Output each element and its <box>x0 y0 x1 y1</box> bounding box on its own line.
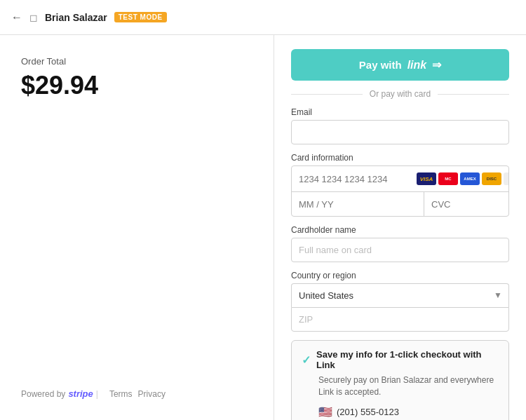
discover-icon: DISC <box>482 172 501 185</box>
back-button[interactable]: ← <box>11 11 22 24</box>
or-label: Or pay with card <box>370 89 431 99</box>
main-layout: Order Total $29.94 Powered by stripe | T… <box>0 35 526 420</box>
country-select-wrapper: United States Canada United Kingdom ▼ <box>291 283 509 307</box>
cvc-input[interactable] <box>431 199 509 210</box>
arrow-icon: ⇒ <box>432 58 441 72</box>
phone-input[interactable] <box>337 407 499 417</box>
save-info-title: Save my info for 1-click checkout with L… <box>316 349 499 370</box>
link-brand-label: link <box>407 59 427 72</box>
footer-links: Terms Privacy <box>109 389 166 399</box>
expiry-input[interactable] <box>292 192 424 216</box>
merchant-name: Brian Salazar <box>45 12 107 23</box>
terms-link[interactable]: Terms <box>109 389 133 399</box>
test-mode-badge: TEST MODE <box>114 12 167 22</box>
cardholder-input[interactable] <box>291 238 509 262</box>
footer-separator: | <box>96 389 98 399</box>
country-label: Country or region <box>291 271 509 280</box>
amex-icon: AMEX <box>460 172 480 185</box>
window-icon: ◻ <box>29 12 38 23</box>
card-info-group: Card information VISA MC AMEX DISC ··· <box>291 153 509 217</box>
phone-row: 🇺🇸 <box>318 405 499 419</box>
order-total-label: Order Total <box>21 56 252 67</box>
save-info-desc: Securely pay on Brian Salazar and everyw… <box>318 374 499 398</box>
pay-with-link-button[interactable]: Pay with link ⇒ <box>291 49 509 81</box>
save-info-header: ✓ Save my info for 1-click checkout with… <box>302 349 499 370</box>
extra-card-icon: ··· <box>504 172 509 185</box>
or-line-right <box>438 94 509 95</box>
email-field-group: Email <box>291 107 509 144</box>
cardholder-field-group: Cardholder name <box>291 225 509 262</box>
visa-icon: VISA <box>417 172 436 185</box>
pay-with-label: Pay with <box>359 59 402 71</box>
card-info-box: VISA MC AMEX DISC ··· 💳 <box>291 165 509 217</box>
save-info-box: ✓ Save my info for 1-click checkout with… <box>291 340 509 420</box>
cvc-wrapper: 💳 <box>424 192 509 216</box>
card-info-label: Card information <box>291 153 509 163</box>
or-line-left <box>291 94 363 95</box>
card-number-row: VISA MC AMEX DISC ··· <box>292 166 508 192</box>
stripe-logo: stripe <box>68 388 93 399</box>
mastercard-icon: MC <box>438 172 458 185</box>
email-input[interactable] <box>291 120 509 144</box>
card-number-input[interactable] <box>299 174 417 184</box>
us-flag-icon: 🇺🇸 <box>318 405 332 419</box>
top-bar: ← ◻ Brian Salazar TEST MODE <box>0 0 526 35</box>
cardholder-label: Cardholder name <box>291 225 509 235</box>
privacy-link[interactable]: Privacy <box>138 389 166 399</box>
email-label: Email <box>291 107 509 117</box>
footer: Powered by stripe | Terms Privacy <box>21 388 252 399</box>
powered-by-label: Powered by <box>21 389 65 399</box>
checkmark-icon: ✓ <box>302 353 311 367</box>
card-icons: VISA MC AMEX DISC ··· <box>417 172 509 185</box>
left-panel: Order Total $29.94 Powered by stripe | T… <box>0 35 274 420</box>
order-total-amount: $29.94 <box>21 71 252 100</box>
right-panel: Pay with link ⇒ Or pay with card Email C… <box>274 35 526 420</box>
or-divider: Or pay with card <box>291 89 509 99</box>
country-select[interactable]: United States Canada United Kingdom <box>291 283 509 307</box>
expiry-cvc-row: 💳 <box>292 192 508 216</box>
zip-input[interactable] <box>291 307 509 332</box>
country-field-group: Country or region United States Canada U… <box>291 271 509 332</box>
